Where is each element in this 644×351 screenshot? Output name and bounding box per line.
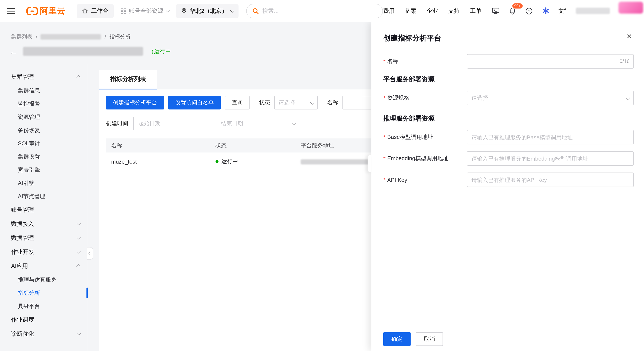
chevron-down-icon <box>166 8 170 13</box>
base-model-url-input[interactable] <box>467 130 634 144</box>
chevron-down-icon <box>77 332 81 336</box>
chevron-down-icon <box>626 96 630 100</box>
platform-address-blurred <box>301 160 374 165</box>
embedding-model-field-label: * Embedding模型调用地址 <box>383 155 467 162</box>
region-selector[interactable]: 华北2（北京） <box>176 4 238 18</box>
help-icon[interactable]: ? <box>525 6 534 15</box>
whitelist-button[interactable]: 设置访问白名单 <box>168 96 221 110</box>
language-translate-icon[interactable]: 文A <box>558 6 567 15</box>
drawer-collapse-handle[interactable] <box>368 155 372 172</box>
account-scope-label: 账号全部资源 <box>129 7 163 15</box>
drawer-footer: 确定 取消 <box>372 327 644 351</box>
sidebar-group-cluster-management[interactable]: 集群管理 <box>0 70 87 84</box>
sidebar-item-cluster-settings[interactable]: 集群设置 <box>0 150 87 163</box>
aliyun-logo[interactable]: 阿里云 <box>26 5 66 16</box>
sidebar-group-account-management[interactable]: 账号管理 <box>0 203 87 217</box>
sidebar-group-data-ingestion[interactable]: 数据接入 <box>0 217 87 231</box>
tab-metric-analysis-list[interactable]: 指标分析列表 <box>99 70 157 90</box>
cell-status: 运行中 <box>210 152 296 171</box>
char-counter: 0/16 <box>620 58 630 64</box>
api-key-field-label: * API Key <box>383 176 467 183</box>
chevron-down-icon <box>230 8 234 13</box>
create-platform-button[interactable]: 创建指标分析平台 <box>106 96 164 110</box>
sidebar-item-wide-table-engine[interactable]: 宽表引擎 <box>0 163 87 176</box>
chevron-down-icon <box>77 222 81 226</box>
account-resources-dropdown[interactable]: 账号全部资源 <box>120 7 169 15</box>
sidebar-item-inference-simulation[interactable]: 推理与仿真服务 <box>0 273 87 286</box>
create-time-label: 创建时间 <box>106 120 128 127</box>
sidebar-group-job-development[interactable]: 作业开发 <box>0 245 87 259</box>
api-key-input[interactable] <box>467 172 634 187</box>
cluster-name-blurred <box>23 47 143 56</box>
spec-field-row: * 资源规格 请选择 <box>383 91 634 105</box>
section-platform-resources: 平台服务部署资源 <box>383 76 634 84</box>
sidebar-item-sql-audit[interactable]: SQL审计 <box>0 137 87 150</box>
workbench-button[interactable]: 工作台 <box>77 4 114 18</box>
required-mark: * <box>383 176 386 183</box>
nav-link-fees[interactable]: 费用 <box>383 7 394 15</box>
chevron-down-icon <box>292 121 296 126</box>
nav-link-icp[interactable]: 备案 <box>405 7 416 15</box>
chevron-down-icon <box>77 250 81 254</box>
svg-text:?: ? <box>528 9 530 13</box>
breadcrumb-cluster-name-blurred[interactable] <box>41 34 101 40</box>
required-mark: * <box>383 58 386 64</box>
nav-link-tickets[interactable]: 工单 <box>470 7 482 15</box>
breadcrumb-separator: / <box>36 34 37 40</box>
name-filter-label: 名称 <box>327 99 338 106</box>
embedding-model-field-row: * Embedding模型调用地址 <box>383 151 634 166</box>
nav-link-support[interactable]: 支持 <box>448 7 460 15</box>
required-mark: * <box>383 155 386 162</box>
date-range-picker[interactable]: 起始日期 - 结束日期 <box>133 117 300 130</box>
apps-asterisk-icon[interactable] <box>542 6 550 15</box>
region-label: 华北2（北京） <box>190 7 228 15</box>
sidebar-item-embodied-platform[interactable]: 具身平台 <box>0 300 87 313</box>
column-status: 状态 <box>210 138 296 152</box>
section-inference-resources: 推理服务部署资源 <box>383 114 634 123</box>
sidebar-collapse-handle[interactable] <box>87 247 93 260</box>
notifications-bell-icon[interactable]: 99+ <box>508 6 517 15</box>
spec-field-label: * 资源规格 <box>383 94 467 102</box>
sidebar-item-cluster-info[interactable]: 集群信息 <box>0 84 87 97</box>
search-input[interactable] <box>262 8 377 14</box>
status-filter-label: 状态 <box>259 99 270 106</box>
cell-name: muze_test <box>106 152 210 171</box>
sidebar-item-resource-management[interactable]: 资源管理 <box>0 110 87 124</box>
sidebar: 集群管理 集群信息 监控报警 资源管理 备份恢复 SQL审计 集群设置 宽表引擎… <box>0 64 87 351</box>
breadcrumb-cluster-list-link[interactable]: 集群列表 <box>11 33 32 40</box>
sidebar-item-ai-node-management[interactable]: AI节点管理 <box>0 190 87 203</box>
app-viewport: 阿里云 工作台 账号全部资源 华北2（北京） <box>0 0 644 351</box>
drawer-body: * 名称 0/16 平台服务部署资源 * 资源规格 <box>372 47 644 327</box>
nav-icon-group: 99+ ? 文A <box>492 6 567 15</box>
breadcrumb-current: 指标分析 <box>110 33 131 40</box>
sidebar-item-ai-engine[interactable]: AI引擎 <box>0 176 87 190</box>
query-button[interactable]: 查询 <box>225 96 250 110</box>
notification-count-badge: 99+ <box>512 3 523 9</box>
workbench-label: 工作台 <box>91 7 108 15</box>
sidebar-item-backup-restore[interactable]: 备份恢复 <box>0 124 87 137</box>
cancel-button[interactable]: 取消 <box>416 332 443 346</box>
confirm-button[interactable]: 确定 <box>383 332 410 346</box>
page-body: 集群列表 / / 指标分析 ← （运行中 集群管理 集群信息 监控报警 资源管理… <box>0 22 644 351</box>
end-date-placeholder: 结束日期 <box>215 120 289 127</box>
sidebar-group-ai-applications[interactable]: AI应用 <box>0 259 87 273</box>
sidebar-group-job-scheduling[interactable]: 作业调度 <box>0 313 87 327</box>
sidebar-group-data-management[interactable]: 数据管理 <box>0 231 87 245</box>
platform-name-input[interactable] <box>467 54 634 68</box>
search-bar[interactable] <box>246 4 383 18</box>
embedding-model-url-input[interactable] <box>467 151 634 166</box>
sidebar-group-diagnostics-optimization[interactable]: 诊断优化 <box>0 327 87 341</box>
cluster-status-text: （运行中 <box>148 48 171 55</box>
close-icon[interactable]: ✕ <box>626 33 632 40</box>
hamburger-menu-button[interactable] <box>5 5 17 17</box>
search-icon <box>252 8 259 14</box>
name-field-label: * 名称 <box>383 58 467 65</box>
cloudshell-terminal-icon[interactable] <box>492 6 500 15</box>
sidebar-item-monitoring-alerts[interactable]: 监控报警 <box>0 97 87 110</box>
nav-link-enterprise[interactable]: 企业 <box>426 7 438 15</box>
status-select[interactable]: 请选择 <box>274 96 318 110</box>
back-button[interactable]: ← <box>9 47 18 56</box>
resource-spec-select[interactable]: 请选择 <box>467 91 634 105</box>
sidebar-item-metric-analysis[interactable]: 指标分析 <box>0 286 87 300</box>
user-account-blurred[interactable] <box>576 8 610 14</box>
